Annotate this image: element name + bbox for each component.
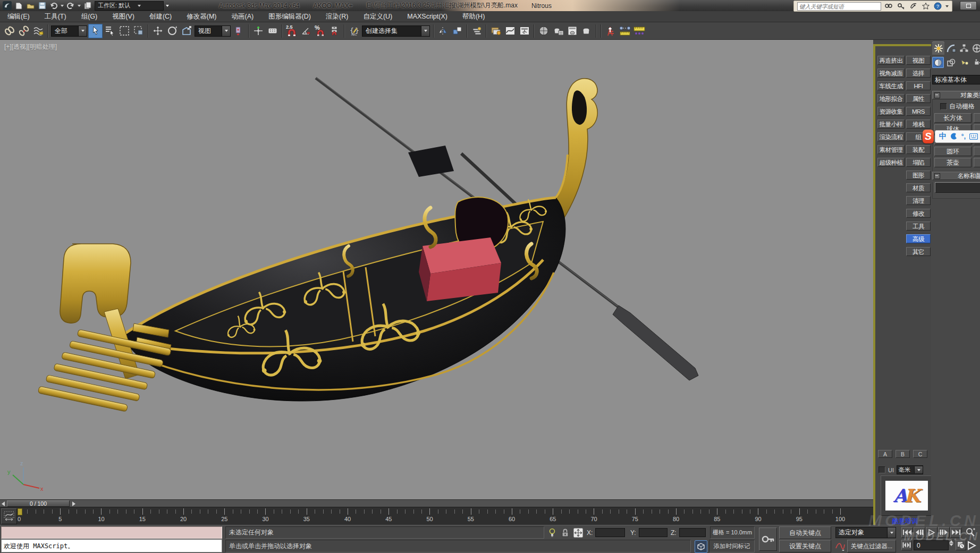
next-frame-arrow-icon[interactable] [70,500,77,507]
launcher-tab-B[interactable]: B [895,450,910,458]
menu-item-2[interactable]: 组(G) [74,11,105,22]
launcher-tab-A[interactable]: A [878,450,892,458]
menu-item-5[interactable]: 修改器(M) [179,11,224,22]
launcher-col2-item-12[interactable]: 修改 [906,209,931,218]
menu-item-10[interactable]: MAXScript(X) [400,11,455,22]
communication-center-icon[interactable] [909,2,918,11]
edit-named-selection-sets-icon[interactable]: {}ABC [347,24,361,38]
select-by-name-icon[interactable] [103,24,117,38]
ak-logo[interactable]: A K [881,475,933,516]
rendered-frame-window-icon[interactable] [565,24,579,38]
auto-key-button[interactable]: 自动关键点 [779,526,831,539]
frame-spinner[interactable] [949,540,953,546]
select-and-manipulate-icon[interactable] [251,24,265,38]
rectangular-selection-region-icon[interactable] [117,24,131,38]
menu-item-11[interactable]: 帮助(H) [455,11,492,22]
selection-lock-icon[interactable] [561,529,569,537]
play-animation-icon[interactable] [926,527,937,538]
launcher-col1-item-0[interactable]: 再造挤出 [877,56,905,65]
spinner-snap-toggle-icon[interactable] [327,24,342,38]
primitive-button-stub-4[interactable] [974,158,980,167]
add-time-tag[interactable]: 添加时间标记 [709,540,755,552]
launcher-col1-item-7[interactable]: 素材管理 [877,145,905,154]
launcher-col2-item-15[interactable]: 其它 [906,247,931,256]
unlink-selection-icon[interactable] [16,24,31,38]
time-slider-handle[interactable]: 0 / 100 [7,500,70,507]
time-slider-bar[interactable]: 0 / 100 [0,499,873,507]
y-coord-field[interactable] [639,528,668,537]
tab-hierarchy[interactable] [958,41,970,55]
primitive-button-0[interactable]: 长方体 [934,113,971,123]
primitive-button-4[interactable]: 茶壶 [934,158,971,167]
zoom-viewport-icon[interactable] [965,528,976,538]
render-setup-icon[interactable] [551,24,565,38]
current-frame-field[interactable]: 0 [914,540,949,550]
primitive-button-stub-3[interactable] [974,147,980,156]
select-object-icon[interactable] [88,24,103,38]
select-and-scale-icon[interactable] [179,24,193,38]
set-keys-button[interactable] [759,528,777,551]
key-mode-toggle-icon[interactable] [901,540,912,550]
set-key-button[interactable]: 设置关键点 [779,540,831,552]
subscription-key-icon[interactable] [897,2,906,11]
menu-item-4[interactable]: 创建(C) [142,11,179,22]
maxscript-mini-listener-white[interactable]: 欢迎使用 MAXScript。 [1,539,222,552]
launcher-col2-item-9[interactable]: 图形 [906,171,931,180]
graphite-ribbon-icon[interactable] [488,24,503,38]
search-icon[interactable] [884,2,893,11]
category-cameras-icon[interactable] [972,57,980,68]
launcher-col1-item-2[interactable]: 车线生成 [877,81,905,90]
x-coord-field[interactable] [595,528,625,537]
launcher-col2-item-10[interactable]: 材质 [906,183,931,192]
named-selection-sets-dropdown[interactable]: 创建选择集 [362,25,430,37]
select-and-link-icon[interactable] [2,24,16,38]
frame-0-marker[interactable] [18,508,22,515]
render-production-icon[interactable] [579,24,594,38]
ui-checkbox[interactable] [878,466,885,473]
bind-to-space-warp-icon[interactable] [31,24,45,38]
pan-arrow-icon[interactable] [966,541,977,550]
maxscript-mini-listener-pink[interactable] [1,526,222,539]
tab-create[interactable] [932,41,944,55]
ime-fullwidth-moon-icon[interactable] [950,133,958,140]
layer-manager-icon[interactable] [469,24,484,38]
primitive-button-stub-0[interactable] [974,113,980,123]
launcher-col1-item-1[interactable]: 视角减面 [877,69,905,78]
next-frame-icon[interactable] [938,527,950,538]
adaptive-degradation-icon[interactable] [695,540,707,553]
use-pivot-point-icon[interactable] [232,24,246,38]
isolate-selection-icon[interactable] [548,528,556,538]
ime-keyboard-icon[interactable] [969,133,978,140]
primitive-category-dropdown[interactable]: 标准基本体 [932,75,980,84]
curve-editor-icon[interactable] [503,24,517,38]
category-shapes-icon[interactable] [945,57,957,68]
menu-item-7[interactable]: 图形编辑器(D) [261,11,318,22]
launcher-col1-item-8[interactable]: 超级种植 [877,158,905,167]
reference-coordinate-dropdown[interactable]: 视图 [195,25,231,37]
launcher-col2-item-13[interactable]: 工具 [906,222,931,231]
previous-frame-icon[interactable] [914,527,925,538]
launcher-col2-item-1[interactable]: 选择 [906,69,931,78]
perspective-viewport[interactable]: [+][透视][明暗处理] z x y [0,40,873,499]
previous-frame-arrow-icon[interactable] [0,500,6,507]
launcher-col1-item-3[interactable]: 地形拟合 [877,94,905,103]
launcher-col2-item-0[interactable]: 视图 [906,56,931,65]
launcher-col2-item-5[interactable]: 堆栈 [906,120,931,129]
mirror-icon[interactable] [436,24,450,38]
launcher-col2-item-4[interactable]: MRS [906,107,931,116]
schematic-view-icon[interactable] [517,24,531,38]
help-icon[interactable]: ? [933,2,942,11]
autogrid-checkbox[interactable] [940,103,947,110]
go-to-start-icon[interactable] [901,527,913,538]
search-input[interactable] [797,2,881,11]
launcher-col2-item-11[interactable]: 清理 [906,196,931,205]
ime-punctuation-icon[interactable]: °, [961,133,966,140]
menu-item-9[interactable]: 自定义(U) [356,11,400,22]
key-filters-button[interactable]: 关键点过滤器... [847,540,896,552]
key-mode-dropdown[interactable]: 选定对象 [835,527,896,538]
object-type-rollout-header[interactable]: 对象类型 [932,91,980,99]
menu-item-3[interactable]: 视图(V) [105,11,142,22]
ime-mode-label[interactable]: 中 [939,132,947,141]
measure-distance-icon[interactable] [618,24,632,38]
material-editor-icon[interactable] [536,24,551,38]
